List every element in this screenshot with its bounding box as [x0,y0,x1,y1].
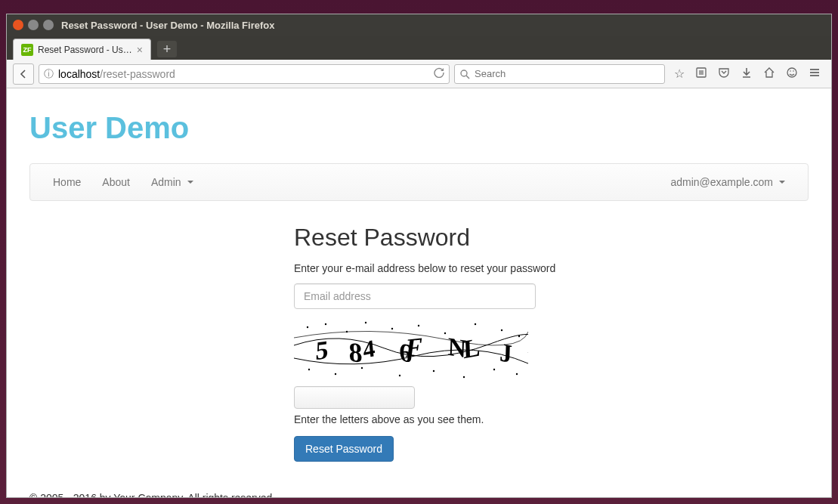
svg-line-1 [466,76,469,79]
reading-list-icon[interactable] [695,66,707,82]
toolbar-icons: ☆ [669,66,825,82]
svg-text:8: 8 [348,337,363,369]
downloads-icon[interactable] [741,66,753,82]
captcha-image: 5 8 4 6 F N L J [294,317,528,382]
site-info-icon[interactable]: ⓘ [44,67,54,81]
browser-tab[interactable]: ZF Reset Password - Us… × [13,39,151,60]
svg-point-13 [325,323,326,325]
form-intro: Enter your e-mail address below to reset… [294,262,809,274]
svg-text:L: L [462,332,481,363]
svg-point-21 [518,335,520,337]
menu-icon[interactable] [809,66,821,82]
browser-window: Reset Password - User Demo - Mozilla Fir… [6,14,832,498]
svg-point-17 [418,325,419,326]
svg-point-6 [787,68,796,77]
navbar: Home About Admin admin@example.com [29,163,809,201]
window-titlebar: Reset Password - User Demo - Mozilla Fir… [7,14,831,36]
nav-user-menu[interactable]: admin@example.com [660,164,796,200]
captcha-svg: 5 8 4 6 F N L J [294,317,528,382]
tab-title: Reset Password - Us… [38,45,132,55]
svg-text:4: 4 [361,334,376,363]
svg-point-23 [335,373,336,375]
svg-text:5: 5 [315,335,329,366]
reset-password-form: Reset Password Enter your e-mail address… [294,224,809,462]
nav-right: admin@example.com [660,164,796,200]
nav-item-admin[interactable]: Admin [141,164,204,200]
svg-point-7 [790,70,791,72]
tab-favicon: ZF [21,44,33,56]
svg-text:F: F [404,332,424,362]
svg-point-16 [391,328,393,329]
window-title: Reset Password - User Demo - Mozilla Fir… [61,20,274,31]
svg-point-15 [365,322,366,323]
svg-point-18 [444,332,446,334]
reload-icon [434,67,444,78]
svg-point-12 [307,326,308,328]
url-host: localhost [58,68,100,80]
nav-label: Home [53,176,81,188]
nav-user-label: admin@example.com [670,176,773,188]
search-icon [459,69,470,79]
url-bar[interactable]: ⓘ localhost/reset-password [39,64,450,84]
svg-point-20 [501,329,502,331]
svg-point-26 [433,370,434,372]
tab-strip: ZF Reset Password - Us… × + [7,36,831,60]
search-bar[interactable] [454,64,665,84]
tab-close-button[interactable]: × [137,44,143,56]
svg-point-19 [475,323,476,325]
new-tab-button[interactable]: + [157,41,177,57]
pocket-icon[interactable] [718,66,730,82]
svg-point-25 [399,375,400,376]
svg-point-0 [461,70,467,76]
back-button[interactable] [13,63,34,85]
url-text: localhost/reset-password [58,68,429,80]
nav-label: Admin [151,176,181,188]
arrow-left-icon [18,69,29,79]
site-title: User Demo [29,111,809,145]
svg-text:J: J [499,337,512,369]
reload-button[interactable] [434,67,444,80]
toolbar: ⓘ localhost/reset-password ☆ [7,60,831,88]
page-heading: Reset Password [294,224,809,252]
nav-label: About [102,176,130,188]
svg-point-22 [308,369,310,370]
page-footer: © 2005 - 2016 by Your Company. All right… [7,477,831,497]
bookmark-star-icon[interactable]: ☆ [674,66,685,82]
svg-point-27 [463,376,465,378]
chevron-down-icon [779,181,785,184]
window-close-button[interactable] [13,20,23,30]
captcha-field[interactable] [294,386,415,409]
email-field[interactable] [294,283,536,309]
nav-item-about[interactable]: About [91,164,141,200]
nav-item-home[interactable]: Home [42,164,91,200]
desktop: Reset Password - User Demo - Mozilla Fir… [0,0,838,504]
chevron-down-icon [187,181,193,184]
window-minimize-button[interactable] [28,20,39,30]
page-viewport: User Demo Home About Admin [7,88,831,497]
home-icon[interactable] [763,66,775,82]
svg-point-29 [516,373,518,375]
captcha-help-text: Enter the letters above as you see them. [294,413,809,425]
window-controls [13,20,54,30]
svg-point-28 [493,369,495,370]
reset-password-button[interactable]: Reset Password [294,436,394,462]
nav-left: Home About Admin [42,164,204,200]
svg-point-14 [346,331,348,332]
svg-point-8 [793,70,794,72]
window-maximize-button[interactable] [43,20,54,30]
search-input[interactable] [475,68,660,79]
url-path: /reset-password [100,68,175,80]
smiley-icon[interactable] [786,66,798,82]
